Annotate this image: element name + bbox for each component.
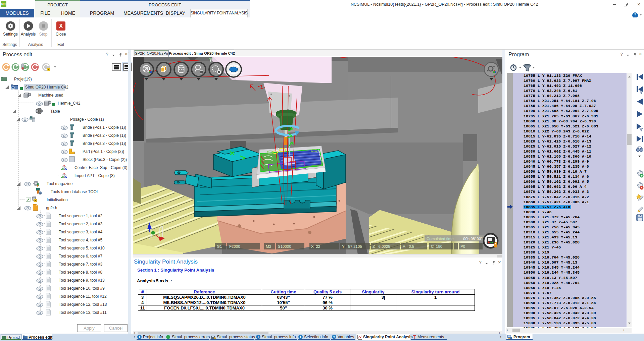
svg-text:C=180: C=180 [431,244,442,248]
svg-text:A=-0.5: A=-0.5 [403,244,414,248]
svg-text:Z=-6.0025: Z=-6.0025 [373,244,390,248]
svg-text:Cumulated time: Cumulated time [427,237,454,241]
svg-text:M3: M3 [266,244,271,248]
svg-text:G1: G1 [217,244,222,248]
svg-text:00h 08' 03'': 00h 08' 03'' [463,237,483,241]
svg-text:Y=-57.2105: Y=-57.2105 [342,244,362,248]
svg-text:S10000: S10000 [278,244,291,248]
svg-text:P0: P0 [460,244,465,248]
svg-text:X=22: X=22 [311,244,320,248]
svg-text:F2000: F2000 [229,244,240,248]
